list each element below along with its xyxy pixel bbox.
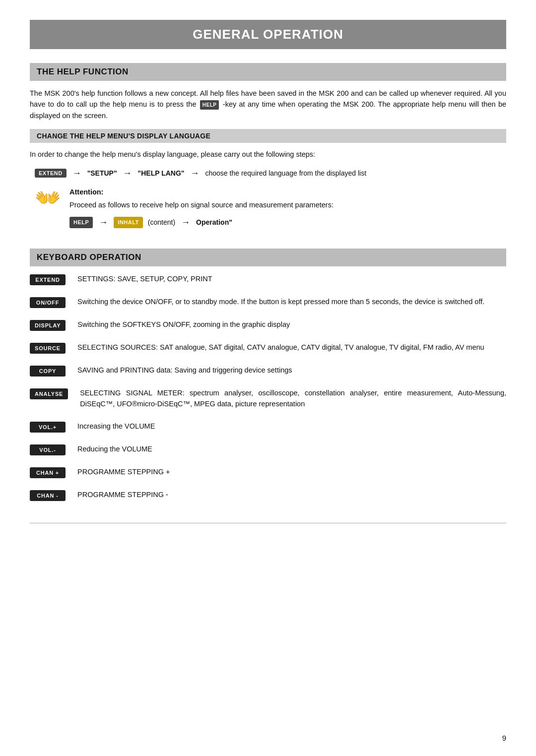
arrow2: →: [123, 168, 132, 179]
kb-key-label: DISPLAY: [30, 320, 66, 331]
keyboard-row: SOURCESELECTING SOURCES: SAT analogue, S…: [30, 342, 506, 356]
page-title: GENERAL OPERATION: [30, 20, 506, 49]
operation-text: Operation": [196, 217, 232, 228]
keyboard-row: EXTENDSETTINGS: SAVE, SETUP, COPY, PRINT: [30, 273, 506, 287]
keyboard-row: CHAN -PROGRAMME STEPPING -: [30, 489, 506, 503]
kb-key-label: CHAN -: [30, 490, 66, 501]
keyboard-row: VOL.+Increasing the VOLUME: [30, 421, 506, 435]
content-text: (content): [148, 217, 175, 228]
keyboard-row: ANALYSESELECTING SIGNAL METER: spectrum …: [30, 387, 506, 412]
kb-key-desc: PROGRAMME STEPPING +: [77, 466, 170, 477]
help-lang-label: "HELP LANG": [138, 169, 185, 177]
kb-key-desc: SELECTING SIGNAL METER: spectrum analyse…: [80, 387, 506, 410]
attention-text: Proceed as follows to receive help on si…: [69, 199, 334, 210]
kb-key-desc: SETTINGS: SAVE, SETUP, COPY, PRINT: [77, 273, 212, 284]
kb-key-desc: PROGRAMME STEPPING -: [77, 489, 168, 500]
kb-key-label: ANALYSE: [30, 388, 68, 399]
kb-key-label: COPY: [30, 366, 66, 377]
keyboard-row: DISPLAYSwitching the SOFTKEYS ON/OFF, zo…: [30, 319, 506, 333]
hand-icon: 👐: [35, 188, 61, 208]
attention-label: Attention:: [69, 187, 334, 197]
extend-key-flow: EXTEND: [35, 169, 67, 178]
kb-key-label: CHAN +: [30, 467, 66, 478]
kb-key-label: VOL.+: [30, 422, 66, 433]
keyboard-operation-heading: KEYBOARD OPERATION: [30, 249, 506, 266]
change-help-intro: In order to change the help menu's displ…: [30, 149, 506, 160]
change-help-language-heading: CHANGE THE HELP MENU'S DISPLAY LANGUAGE: [30, 129, 506, 143]
kb-key-desc: SAVING and PRINTING data: Saving and tri…: [77, 365, 292, 376]
kb-key-label: EXTEND: [30, 274, 66, 285]
attention-block: 👐 Attention: Proceed as follows to recei…: [35, 187, 506, 238]
help-key-inline: HELP: [200, 100, 219, 110]
help-key-btn: HELP: [69, 217, 93, 228]
bottom-divider: [30, 523, 506, 523]
kb-key-desc: Switching the SOFTKEYS ON/OFF, zooming i…: [77, 319, 290, 330]
choose-text: choose the required language from the di…: [205, 169, 367, 177]
page-number: 9: [502, 734, 506, 742]
kb-key-desc: Increasing the VOLUME: [77, 421, 155, 432]
keyboard-rows-container: EXTENDSETTINGS: SAVE, SETUP, COPY, PRINT…: [30, 273, 506, 503]
kb-key-desc: SELECTING SOURCES: SAT analogue, SAT dig…: [77, 342, 484, 353]
setup-flow-row: EXTEND → "SETUP" → "HELP LANG" → choose …: [35, 168, 506, 179]
kb-key-desc: Reducing the VOLUME: [77, 443, 152, 454]
arrow1: →: [72, 168, 81, 179]
help-function-heading: THE HELP FUNCTION: [30, 63, 506, 81]
keyboard-row: CHAN +PROGRAMME STEPPING +: [30, 466, 506, 480]
kb-key-label: SOURCE: [30, 343, 66, 354]
kb-key-label: VOL.-: [30, 444, 66, 455]
arrow4: →: [99, 216, 108, 230]
inhalt-key-btn: INHALT: [114, 217, 143, 228]
attention-content: Attention: Proceed as follows to receive…: [69, 187, 334, 238]
arrow5: →: [181, 216, 190, 230]
arrow3: →: [191, 168, 200, 179]
help-function-body: The MSK 200's help function follows a ne…: [30, 88, 506, 121]
kb-key-desc: Switching the device ON/OFF, or to stand…: [77, 296, 484, 307]
keyboard-row: ON/OFFSwitching the device ON/OFF, or to…: [30, 296, 506, 310]
help-flow-row: HELP → INHALT (content) → Operation": [69, 216, 334, 230]
setup-label: "SETUP": [87, 169, 117, 177]
keyboard-operation-section: KEYBOARD OPERATION EXTENDSETTINGS: SAVE,…: [30, 249, 506, 503]
keyboard-row: COPYSAVING and PRINTING data: Saving and…: [30, 365, 506, 378]
kb-key-label: ON/OFF: [30, 297, 66, 308]
keyboard-row: VOL.-Reducing the VOLUME: [30, 443, 506, 457]
